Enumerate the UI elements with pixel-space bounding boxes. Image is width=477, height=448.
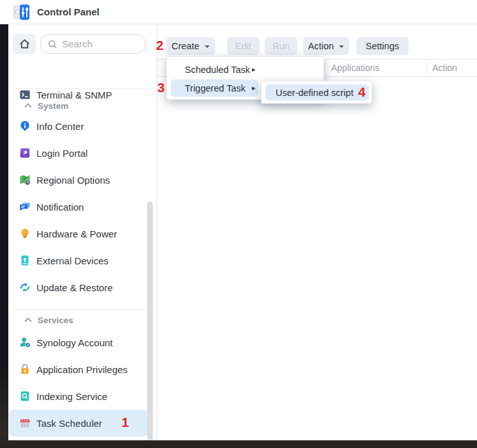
menu-item-triggered-task[interactable]: Triggered Task ▸: [171, 79, 258, 97]
sidebar-scrollbar[interactable]: [147, 202, 153, 440]
column-separator[interactable]: [426, 63, 427, 74]
indexing-service-icon: [19, 390, 31, 402]
sidebar-item-indexing-service[interactable]: Indexing Service: [9, 383, 148, 410]
sidebar-divider: [13, 309, 148, 310]
sidebar-item-label: Application Privileges: [36, 364, 128, 375]
sidebar-item-label: Info Center: [36, 121, 84, 132]
section-label: System: [38, 101, 68, 111]
sidebar-item-hardware-power[interactable]: Hardware & Power: [9, 220, 148, 247]
create-button[interactable]: Create: [166, 37, 215, 55]
sidebar-item-label: Notification: [36, 202, 84, 212]
annotation-4: 4: [358, 84, 366, 100]
sidebar-item-label: Regional Options: [36, 175, 110, 186]
submenu-arrow-icon: ▸: [252, 65, 256, 74]
edit-button[interactable]: Edit: [227, 37, 260, 55]
regional-options-icon: [19, 174, 31, 186]
submenu-arrow-icon: ▸: [252, 84, 256, 92]
annotation-1: 1: [121, 415, 129, 430]
synology-account-icon: [19, 337, 31, 348]
notification-icon: [19, 201, 31, 212]
settings-button-label: Settings: [366, 41, 399, 51]
search-input[interactable]: [62, 38, 132, 49]
sidebar-item-regional-options[interactable]: Regional Options: [9, 166, 148, 193]
sidebar-item-label: Synology Account: [36, 337, 113, 348]
sidebar-item-label: Update & Restore: [36, 282, 113, 293]
column-header-applications[interactable]: Applications: [331, 63, 380, 73]
sidebar-item-notification[interactable]: Notification: [9, 193, 148, 220]
application-privileges-icon: [19, 364, 31, 375]
sidebar-item-info-center[interactable]: Info Center: [9, 113, 148, 140]
sidebar-item-label: Hardware & Power: [36, 228, 117, 239]
search-icon: [47, 39, 58, 49]
column-header-action[interactable]: Action: [432, 63, 457, 73]
column-separator[interactable]: [324, 63, 325, 74]
menu-item-label: Triggered Task: [185, 83, 246, 93]
task-scheduler-icon: [19, 417, 31, 429]
control-panel-icon: [13, 3, 31, 21]
home-icon: [19, 38, 31, 50]
info-center-icon: [19, 120, 31, 132]
sidebar-section-system[interactable]: System: [9, 99, 148, 112]
menu-item-label: User-defined script: [276, 88, 354, 98]
edit-button-label: Edit: [235, 41, 251, 51]
annotation-2: 2: [156, 38, 164, 53]
caret-down-icon: [205, 45, 210, 51]
menu-item-label: Scheduled Task: [185, 65, 250, 75]
search-box[interactable]: [40, 34, 146, 54]
sidebar-divider: [13, 88, 148, 89]
chevron-up-icon: [24, 103, 32, 108]
menu-item-user-defined-script[interactable]: User-defined script: [265, 84, 369, 100]
sidebar-item-label: Task Scheduler: [36, 418, 102, 429]
section-label: Services: [38, 316, 74, 325]
home-button[interactable]: [13, 34, 36, 54]
hardware-power-icon: [19, 228, 31, 239]
menu-item-scheduled-task[interactable]: Scheduled Task ▸: [171, 61, 258, 78]
titlebar: Control Panel: [0, 0, 477, 24]
sidebar-item-label: External Devices: [36, 255, 109, 266]
sidebar-item-application-privileges[interactable]: Application Privileges: [9, 356, 148, 383]
login-portal-icon: [19, 147, 31, 159]
sidebar-item-label: Login Portal: [36, 148, 88, 159]
update-restore-icon: [19, 282, 31, 293]
action-button-label: Action: [308, 41, 334, 51]
settings-button[interactable]: Settings: [356, 37, 409, 55]
sidebar-item-synology-account[interactable]: Synology Account: [9, 329, 148, 356]
triggered-task-submenu: User-defined script: [261, 81, 372, 104]
caret-down-icon: [339, 45, 344, 51]
sidebar-item-label: Indexing Service: [36, 391, 107, 402]
sidebar: Terminal & SNMP System Info Center Login…: [8, 24, 157, 440]
run-button[interactable]: Run: [265, 37, 297, 55]
action-button[interactable]: Action: [303, 37, 349, 55]
run-button-label: Run: [272, 41, 290, 51]
window-title: Control Panel: [37, 6, 100, 17]
sidebar-item-login-portal[interactable]: Login Portal: [9, 140, 148, 166]
chevron-up-icon: [24, 317, 32, 323]
sidebar-item-external-devices[interactable]: External Devices: [9, 247, 148, 274]
create-button-label: Create: [171, 41, 199, 51]
external-devices-icon: [19, 255, 31, 266]
sidebar-item-label: Terminal & SNMP: [36, 90, 112, 100]
annotation-3: 3: [157, 80, 165, 95]
sidebar-item-update-restore[interactable]: Update & Restore: [9, 274, 148, 301]
sidebar-section-services[interactable]: Services: [9, 314, 148, 326]
